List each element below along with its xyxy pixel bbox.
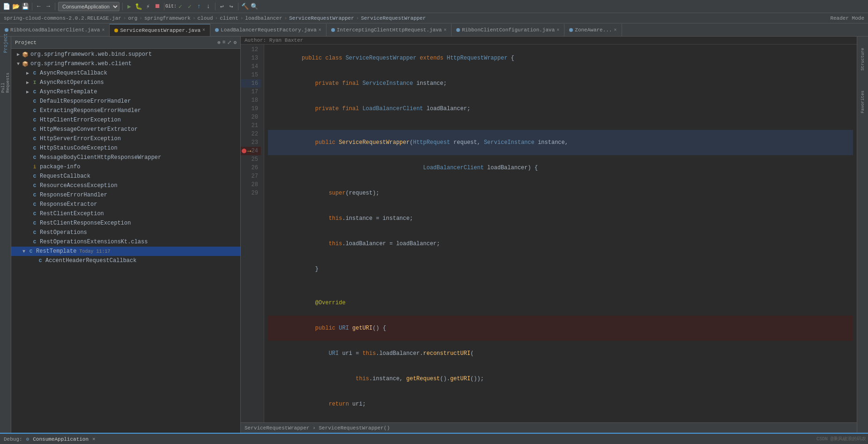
pkg4-label[interactable]: client <box>220 15 238 21</box>
gutter-18: 18 <box>241 96 261 105</box>
pkg3-label[interactable]: cloud <box>198 15 213 21</box>
settings-icon[interactable]: ⚙ <box>233 39 237 45</box>
tab-intercepting-client[interactable]: InterceptingClientHttpRequest.java × <box>326 24 452 36</box>
code-content[interactable]: public class ServiceRequestWrapper exten… <box>264 45 857 422</box>
tree-item-pkg-info[interactable]: i package-info <box>11 162 240 172</box>
tree-item-async-callback[interactable]: ▶ C AsyncRequestCallback <box>11 68 240 78</box>
pull-requests-icon[interactable]: Pull Requests <box>1 78 10 87</box>
tab-close2-icon[interactable]: × <box>319 28 321 33</box>
forward-icon[interactable]: → <box>45 3 52 10</box>
tree-item-msg-body[interactable]: C MessageBodyClientHttpResponseWrapper <box>11 153 240 162</box>
save-icon[interactable]: 💾 <box>22 3 29 10</box>
project-header-label: Project <box>15 40 37 45</box>
stop-icon[interactable]: ⏹ <box>154 3 161 10</box>
class-icon: C <box>31 98 38 105</box>
code-line-25: URI uri = this.loadBalancer.reconstructU… <box>268 341 853 366</box>
tree-item-resp-extractor[interactable]: C ResponseExtractor <box>11 200 240 209</box>
class-icon: C <box>31 229 38 236</box>
favorites-icon[interactable]: Favorites <box>861 90 865 113</box>
tab-ribbon-load-balancer[interactable]: RibbonLoadBalancerClient.java × <box>0 24 110 36</box>
git-branch-icon[interactable]: ↓ <box>205 3 212 10</box>
tree-label: AsyncRestTemplate <box>40 89 97 95</box>
tab-service-request-wrapper[interactable]: ServiceRequestWrapper.java × <box>110 24 210 36</box>
expand-icon[interactable]: ⤢ <box>227 39 231 45</box>
new-file-icon[interactable]: 📄 <box>3 3 10 10</box>
pkg2-label[interactable]: springframework <box>144 15 191 21</box>
code-line-12: public class ServiceRequestWrapper exten… <box>268 45 853 71</box>
redo-icon[interactable]: ↪ <box>228 3 235 10</box>
tree-item-http-server-err[interactable]: C HttpServerErrorException <box>11 134 240 143</box>
tree-item-rest-client-ex[interactable]: C RestClientException <box>11 209 240 218</box>
tree-item-req-callback[interactable]: C RequestCallback <box>11 172 240 181</box>
tree-label: org.springframework.web.bind.support <box>30 51 152 58</box>
back-icon[interactable]: ← <box>35 3 43 10</box>
tree-label: MessageBodyClientHttpResponseWrapper <box>40 154 161 161</box>
tree-item-web-bind-support[interactable]: ▶ 📦 org.springframework.web.bind.support <box>11 50 240 59</box>
tree-item-extract-err[interactable]: C ExtractingResponseErrorHandler <box>11 106 240 115</box>
class2-label[interactable]: ServiceRequestWrapper <box>361 15 426 21</box>
tree-item-web-client[interactable]: ▼ 📦 org.springframework.web.client <box>11 59 240 68</box>
editor-tabs-bar: RibbonLoadBalancerClient.java × ServiceR… <box>0 23 868 37</box>
build-icon[interactable]: 🔨 <box>241 3 249 10</box>
tab-load-balancer-factory[interactable]: LoadBalancerRequestFactory.java × <box>210 24 326 36</box>
tab-dot4-icon <box>456 28 460 32</box>
tree-label: RestTemplate <box>36 248 76 255</box>
project-toggle-icon[interactable]: Project <box>1 38 10 48</box>
tab-active-close-icon[interactable]: × <box>202 28 205 33</box>
gutter-12: 12 <box>241 45 261 54</box>
tab-close5-icon[interactable]: × <box>614 28 617 33</box>
main-toolbar: 📄 📂 💾 ← → ConsumeApplication ▶ 🐛 ⚡ ⏹ Git… <box>0 0 868 13</box>
tree-label: org.springframework.web.client <box>30 60 132 67</box>
tab-zone-aware[interactable]: ZoneAware... × <box>564 24 622 36</box>
search-icon[interactable]: 🔍 <box>251 3 258 10</box>
pkg5-label[interactable]: loadbalancer <box>245 15 282 21</box>
gutter-27: 27 <box>241 172 261 181</box>
locate-icon[interactable]: ⊕ <box>217 39 221 45</box>
pkg-icon: i <box>31 163 38 171</box>
pkg1-label[interactable]: org <box>128 15 137 21</box>
code-line-19: this.instance = instance; <box>268 206 853 231</box>
tree-item-http-client-err[interactable]: C HttpClientErrorException <box>11 115 240 125</box>
tree-label: ResponseExtractor <box>40 201 97 208</box>
tab-label: RibbonLoadBalancerClient.java <box>10 27 100 33</box>
open-icon[interactable]: 📂 <box>12 3 20 10</box>
tree-item-accent-header[interactable]: C AccentHeaderRequestCallback <box>11 256 240 265</box>
tree-label: ResourceAccessException <box>40 182 118 189</box>
left-sidebar: Project Pull Requests <box>0 37 11 433</box>
debug-close-icon[interactable]: × <box>92 436 96 442</box>
git-check-icon[interactable]: ✓ <box>177 3 184 10</box>
coverage-icon[interactable]: ⚡ <box>144 3 152 10</box>
tree-item-http-msg-conv[interactable]: C HttpMessageConverterExtractor <box>11 125 240 134</box>
class-icon: C <box>31 173 38 180</box>
project-panel-icons: ⊕ ≡ ⤢ ⚙ <box>217 39 237 45</box>
gutter-29: 29 <box>241 189 261 197</box>
tree-item-rest-template[interactable]: ▼ C RestTemplate Today 11:17 <box>11 247 240 256</box>
breakpoint-dot-icon <box>242 149 246 153</box>
run-icon[interactable]: ▶ <box>126 3 133 10</box>
tab-close3-icon[interactable]: × <box>444 28 446 33</box>
debug-icon[interactable]: 🐛 <box>135 3 142 10</box>
structure-icon[interactable]: Structure <box>861 48 865 71</box>
tree-item-rest-ops-kt[interactable]: C RestOperationsExtensionsKt.class <box>11 237 240 247</box>
tree-item-http-status[interactable]: C HttpStatusCodeException <box>11 143 240 153</box>
collapse-icon[interactable]: ≡ <box>223 39 226 45</box>
tree-item-rest-ops[interactable]: C RestOperations <box>11 228 240 237</box>
tab-close4-icon[interactable]: × <box>556 28 559 33</box>
tree-item-async-template[interactable]: ▶ C AsyncRestTemplate <box>11 87 240 97</box>
git-push-icon[interactable]: ↑ <box>195 3 203 10</box>
git-icon[interactable]: Git: <box>167 3 175 10</box>
tree-item-async-ops[interactable]: ▶ I AsyncRestOperations <box>11 78 240 87</box>
app-run-config-dropdown[interactable]: ConsumeApplication <box>58 2 119 11</box>
git-check2-icon[interactable]: ✓ <box>186 3 193 10</box>
undo-icon[interactable]: ↩ <box>218 3 226 10</box>
tree-item-default-err[interactable]: C DefaultResponseErrorHandler <box>11 97 240 106</box>
class1-label[interactable]: ServiceRequestWrapper <box>289 15 354 21</box>
tab-ribbon-config[interactable]: RibbonClientConfiguration.java × <box>452 24 564 36</box>
tree-label: RestOperationsExtensionsKt.class <box>40 239 148 245</box>
tree-item-rest-client-resp-ex[interactable]: C RestClientResponseException <box>11 218 240 228</box>
tree-item-resource-access[interactable]: C ResourceAccessException <box>11 181 240 190</box>
tree-item-resp-err-handler[interactable]: C ResponseErrorHandler <box>11 190 240 200</box>
tab-label5: ZoneAware... <box>575 27 612 33</box>
tab-close-icon[interactable]: × <box>102 28 104 33</box>
debug-app-name: ConsumeApplication <box>33 436 89 442</box>
